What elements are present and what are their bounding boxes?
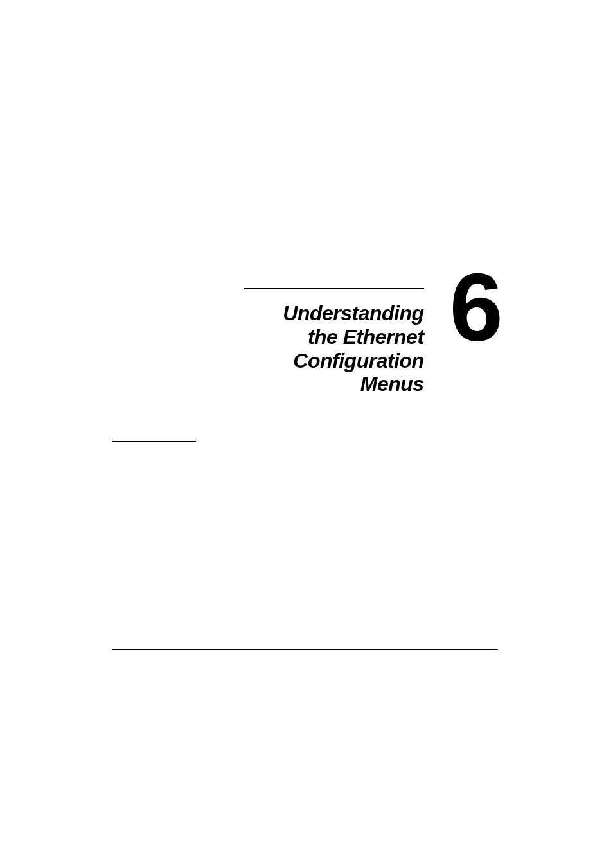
title-text-wrapper: Understanding the Ethernet Configuration… [112,276,424,396]
title-line-2: the Ethernet [308,325,424,348]
title-rule-top [244,288,424,289]
chapter-title-block: Understanding the Ethernet Configuration… [112,276,498,442]
title-rule-bottom [112,441,196,442]
title-line-4: Menus [360,372,424,395]
page-bottom-rule [112,649,498,650]
title-line-3: Configuration [293,349,423,372]
title-line-1: Understanding [283,302,423,325]
title-row: Understanding the Ethernet Configuration… [112,276,498,396]
chapter-number: 6 [450,267,498,349]
chapter-title: Understanding the Ethernet Configuration… [112,302,424,396]
